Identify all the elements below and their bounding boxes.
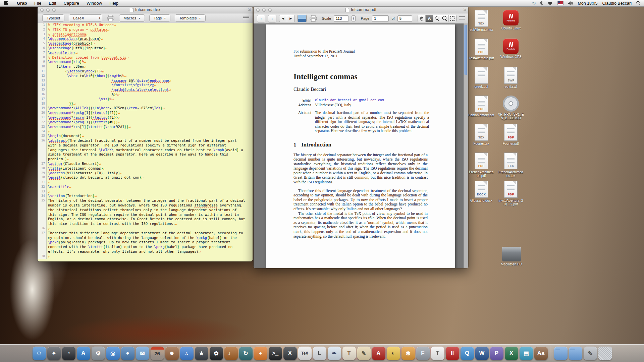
dock-icon-texshop[interactable]: TeX bbox=[298, 347, 312, 360]
toolbar-overflow-icon[interactable] bbox=[243, 16, 249, 20]
code-line[interactable]: 25\begin{document}↵ bbox=[38, 134, 253, 138]
desktop-icon-fourier-tex[interactable]: TEXFourier.tex bbox=[468, 124, 494, 152]
code-line[interactable]: 8% Definition copied from ltugboat.cls↵ bbox=[38, 55, 253, 60]
code-line[interactable]: 21\newcommand*\acro[1]{\textsc{#1}}↵ bbox=[38, 115, 253, 120]
spotlight-icon[interactable] bbox=[636, 1, 641, 5]
toolbar-overflow-icon[interactable] bbox=[459, 16, 465, 20]
desktop-icon-eu-it-swf[interactable]: SWFeu-it.swf bbox=[498, 67, 524, 95]
code-line[interactable]: connected with the \texttt{italian} opti… bbox=[38, 245, 253, 249]
dock-icon-latexit[interactable]: L bbox=[313, 347, 326, 360]
code-line[interactable]: with a decimal separator. The ISO regula… bbox=[38, 143, 253, 148]
hand-tool-button[interactable] bbox=[418, 15, 425, 22]
pdf-content-area[interactable]: For submission to The PracTeX Journal Dr… bbox=[254, 23, 468, 268]
dock-icon-textedit[interactable]: ✎ bbox=[584, 347, 597, 360]
menu-clock[interactable]: Mon 18:05 bbox=[578, 1, 597, 6]
dock-icon-garageband[interactable]: ♩ bbox=[224, 347, 238, 360]
dock-icon-tex-lion[interactable]: T bbox=[342, 347, 356, 360]
dock-icon-texdoc[interactable]: T bbox=[431, 347, 444, 360]
code-line[interactable]: 16 A}%↵ bbox=[38, 92, 253, 97]
scale-input[interactable]: 113 bbox=[334, 15, 348, 22]
code-line[interactable]: 35The history of the decimal separator b… bbox=[38, 198, 253, 203]
code-line[interactable]: 27\author{Claudio Beccari}↵ bbox=[38, 162, 253, 166]
code-line[interactable]: 3% Intelligentcomma↵ bbox=[38, 32, 253, 37]
code-line[interactable]: 4\documentclass{pracjourn}↵ bbox=[38, 37, 253, 41]
minimize-button[interactable] bbox=[262, 8, 266, 12]
dock-icon-x11[interactable]: X bbox=[283, 347, 297, 360]
code-line[interactable]: 9\newcommand{\La}%↵ bbox=[38, 60, 253, 64]
magnify-tool-button[interactable] bbox=[433, 15, 441, 22]
dock-icon-launchpad[interactable]: ✦ bbox=[47, 347, 61, 360]
code-line[interactable]: this nice tradition is in contrast with … bbox=[38, 222, 253, 226]
dock-icon-bibdesk[interactable]: ✎ bbox=[357, 347, 371, 360]
code-line[interactable]: 15 \math@fontsfalse\selectfont↵ bbox=[38, 87, 253, 92]
dock-icon-address-book[interactable]: ☻ bbox=[165, 347, 179, 360]
code-line[interactable]: 26\abstract{The decimal fractional part … bbox=[38, 138, 253, 143]
editor-title-bar[interactable]: Intcomma.tex ⇲ bbox=[38, 6, 253, 13]
forward-button[interactable]: ▶ bbox=[287, 15, 294, 22]
wifi-menu-icon[interactable] bbox=[547, 1, 553, 5]
menu-item-grab[interactable]: Grab bbox=[13, 1, 31, 6]
large-magnify-tool-button[interactable] bbox=[441, 15, 448, 22]
code-line[interactable]: the historical traditions reflect themse… bbox=[38, 208, 253, 213]
code-line[interactable]: 5\usepackage{graphicx}↵ bbox=[38, 41, 253, 46]
volume-menu-icon[interactable] bbox=[568, 1, 573, 5]
code-line[interactable]: 20\newcommand*\pckg[1]{\textsf{#1}}↵ bbox=[38, 111, 253, 115]
dock-icon-app-store[interactable]: A bbox=[77, 347, 90, 360]
dock-icon-itunes[interactable]: ♫ bbox=[180, 347, 194, 360]
editor-expand-icon[interactable]: ⇲ bbox=[248, 8, 251, 11]
text-select-tool-button[interactable]: A bbox=[425, 15, 433, 22]
code-line[interactable]: simple treatment of the decimal separato… bbox=[38, 152, 253, 157]
tags-menu-button[interactable]: Tags▼ bbox=[149, 14, 170, 22]
code-line[interactable]: 28\title{Intelligent commas}↵ bbox=[38, 166, 253, 171]
code-line[interactable]: 32\maketitle↵ bbox=[38, 185, 253, 189]
apple-menu[interactable] bbox=[4, 1, 8, 6]
pdf-scrollbar-thumb[interactable] bbox=[464, 25, 467, 75]
desktop-icon-frencharchimedes-tex[interactable]: TEXFrenchArchimedes.tex bbox=[498, 153, 524, 180]
code-line[interactable]: 2% !TEX TS-program = pdflatex↵ bbox=[38, 27, 253, 32]
dock-icon-globe[interactable]: ● bbox=[121, 347, 135, 360]
dock-icon-word[interactable]: W bbox=[475, 347, 489, 360]
pdf-title-bar[interactable]: Intcomma.pdf ⇲ bbox=[254, 6, 468, 13]
zoom-button[interactable] bbox=[268, 8, 272, 12]
dock-icon-quicktime[interactable]: Q bbox=[461, 347, 474, 360]
dock-icon-finder[interactable]: ☺ bbox=[33, 347, 46, 360]
code-line[interactable]: 22\newcommand*\prog[1]{\textit{#1}}↵ bbox=[38, 120, 253, 125]
close-button[interactable] bbox=[256, 8, 260, 12]
code-line[interactable]: effects. It's reasonable: why only Itali… bbox=[38, 249, 253, 254]
desktop-icon-fourier-pdf[interactable]: PDFFourier.pdf bbox=[498, 124, 524, 152]
dock-icon-skim[interactable]: ◐ bbox=[387, 347, 400, 360]
code-line[interactable]: 6\usepackage[utf8]{inputenc}↵ bbox=[38, 46, 253, 51]
code-line[interactable]: 17 \vss}%↵ bbox=[38, 97, 253, 102]
desktop-icon-invitoapertura-201-2-pdf[interactable]: PDFInvitoApertura_201...2.pdf bbox=[498, 181, 524, 208]
menu-item-edit[interactable]: Edit bbox=[45, 1, 60, 6]
code-line[interactable]: 13 \csname S@\f@size\endcsname↵ bbox=[38, 78, 253, 83]
dock-icon-dashboard[interactable]: ◔ bbox=[62, 347, 75, 360]
code-line[interactable]: 33↵ bbox=[38, 189, 253, 194]
page-down-button[interactable]: ↓ bbox=[268, 15, 276, 22]
pdf-scrollbar[interactable] bbox=[464, 23, 468, 268]
dock-icon-downloads-folder[interactable] bbox=[569, 347, 582, 360]
code-line[interactable]: problem.}↵ bbox=[38, 157, 253, 162]
dock-icon-dictionary[interactable]: Aa bbox=[534, 347, 548, 360]
code-line[interactable]: 29\address{Villarbassse (TO), Italy}↵ bbox=[38, 171, 253, 176]
dock-icon-mail[interactable]: ✉ bbox=[136, 347, 149, 360]
dock-icon-time-machine[interactable]: ↻ bbox=[239, 347, 253, 360]
desktop-icon-frencharchimedes-pdf[interactable]: PDFFrenchArchimedes.pdf bbox=[468, 153, 494, 180]
code-line[interactable]: 38↵ bbox=[38, 254, 253, 259]
code-line[interactable]: 12 \vbox to\ht0{\hbox{$\m@th$%↵ bbox=[38, 74, 253, 78]
desktop-icon-windows-xp3[interactable]: ParallelsWindows XP3 bbox=[498, 39, 524, 66]
page-up-button[interactable]: ↑ bbox=[257, 15, 265, 22]
code-line[interactable]: 18 }}↵ bbox=[38, 102, 253, 106]
menu-item-capture[interactable]: Capture bbox=[60, 1, 83, 6]
dock-icon-stuffit[interactable]: ✱ bbox=[401, 347, 415, 360]
dock-icon-parallels[interactable]: II bbox=[446, 347, 459, 360]
page-input[interactable]: 1 bbox=[372, 15, 389, 22]
desktop-icon-greek-ucf[interactable]: greek.ucf bbox=[468, 67, 494, 95]
code-line[interactable]: my opinion, should be dealt with during … bbox=[38, 236, 253, 240]
dock-icon-system-preferences[interactable]: ⚙ bbox=[92, 347, 105, 360]
drawer-thumbnail-button[interactable] bbox=[298, 15, 307, 22]
desktop-icon-fabiomemory-pdf[interactable]: PDFFabioMemory.pdf bbox=[468, 96, 494, 123]
dock-icon-firefox[interactable]: ◕ bbox=[254, 347, 267, 360]
print-button[interactable] bbox=[309, 15, 317, 22]
dock-icon-imovie[interactable]: ★ bbox=[195, 347, 208, 360]
